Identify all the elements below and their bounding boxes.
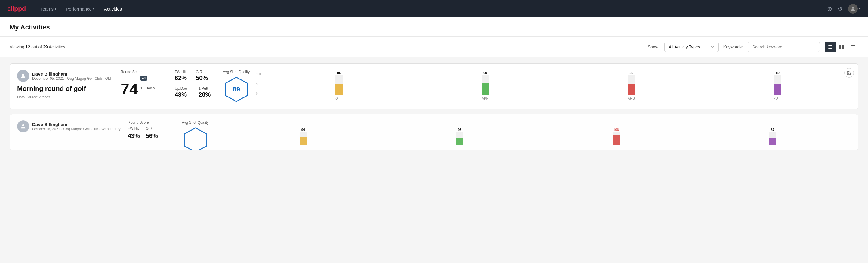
- page-header: My Activities: [0, 18, 868, 37]
- hex-score: 89: [233, 85, 240, 93]
- one-putt-label: 1 Putt: [198, 86, 211, 91]
- bar-app-track: [482, 75, 489, 95]
- bar-putt: 89: [707, 71, 848, 95]
- user-info: Dave Billingham December 05, 2021 - Gog …: [32, 71, 111, 81]
- user-info: Dave Billingham October 16, 2021 - Gog M…: [32, 122, 121, 131]
- user-row: Dave Billingham December 05, 2021 - Gog …: [17, 70, 114, 82]
- bar-app-value: 93: [458, 128, 461, 132]
- score-holes: 18 Holes: [141, 86, 155, 90]
- chevron-down-icon: ▾: [93, 7, 94, 10]
- fw-hit-stat: FW Hit 43%: [128, 126, 140, 139]
- updown-putt-pair: Up/Down 43% 1 Putt 28%: [175, 86, 211, 98]
- card-stats: Round Score FW Hit 43% GIR 56% Avg Shot …: [128, 120, 851, 150]
- filter-bar: Viewing 12 out of 29 Activities Show: Al…: [0, 37, 868, 57]
- bar-chart: 100 50 0 85: [256, 72, 851, 100]
- search-input[interactable]: [748, 42, 820, 52]
- bar-arg: 89: [561, 71, 702, 95]
- nav-activities[interactable]: Activities: [104, 4, 122, 13]
- bar-putt-value: 89: [776, 71, 780, 75]
- updown-stat: Up/Down 43%: [175, 86, 189, 98]
- bar-chart-partial: 94 93: [215, 129, 851, 145]
- activity-type-select[interactable]: All Activity Types: [664, 42, 718, 52]
- refresh-icon[interactable]: ↺: [838, 5, 843, 12]
- nav-performance[interactable]: Performance ▾: [66, 4, 94, 13]
- viewing-text: Viewing 12 out of 29 Activities: [10, 45, 643, 49]
- bar-putt: 87: [697, 128, 848, 145]
- view-list-compact-button[interactable]: ☰: [825, 41, 836, 52]
- hexagon-container: [182, 126, 209, 150]
- viewing-total: 29: [43, 45, 48, 49]
- bar-label-putt: PUTT: [707, 96, 849, 100]
- avatar: [17, 70, 29, 82]
- edit-button[interactable]: [844, 68, 854, 78]
- updown-value: 43%: [175, 91, 189, 98]
- bar-arg-value: 89: [630, 71, 633, 75]
- bar-track: [300, 132, 307, 145]
- fw-hit-stat: FW Hit 62%: [175, 70, 187, 82]
- fw-hit-label: FW Hit: [128, 126, 140, 130]
- bar-fill: [769, 138, 776, 145]
- view-list-detail-button[interactable]: [847, 41, 858, 52]
- score-main: 74 +4 18 Holes: [121, 76, 163, 97]
- bar-fill: [300, 137, 307, 145]
- view-toggle: ☰: [825, 41, 858, 52]
- gir-stat: GIR 56%: [146, 126, 158, 139]
- nav-teams[interactable]: Teams ▾: [40, 4, 56, 13]
- user-name: Dave Billingham: [32, 71, 111, 77]
- activity-title: Morning round of golf: [17, 85, 114, 93]
- navbar: clippd Teams ▾ Performance ▾ Activities …: [0, 0, 868, 18]
- svg-rect-2: [842, 45, 844, 47]
- bar-track: [769, 132, 776, 145]
- user-date: December 05, 2021 - Gog Magog Golf Club …: [32, 77, 111, 81]
- bar-ott-value: 94: [301, 128, 305, 132]
- gir-value: 50%: [196, 75, 208, 82]
- fw-gir-pair: FW Hit 62% GIR 50%: [175, 70, 211, 82]
- user-menu-button[interactable]: ▾: [848, 4, 861, 13]
- gir-value: 56%: [146, 133, 158, 139]
- bar-ott-track: [335, 75, 343, 95]
- viewing-count: 12: [26, 45, 30, 49]
- bar-app-value: 90: [483, 71, 487, 75]
- avg-shot-quality-label: Avg Shot Quality: [182, 120, 209, 124]
- bar-label-ott: OTT: [268, 96, 410, 100]
- card-left: Dave Billingham December 05, 2021 - Gog …: [17, 70, 114, 99]
- y-label-0: 0: [256, 92, 261, 95]
- shot-quality-section: Avg Shot Quality 94: [182, 120, 851, 150]
- updown-label: Up/Down: [175, 86, 189, 91]
- viewing-out-of: out of: [31, 45, 42, 49]
- bar-ott: 94: [227, 128, 379, 145]
- add-circle-icon[interactable]: ⊕: [827, 5, 832, 12]
- nav-activities-label: Activities: [104, 6, 122, 11]
- bar-labels: OTT APP ARG PUTT: [266, 95, 851, 100]
- svg-rect-6: [851, 47, 855, 47]
- nav-teams-label: Teams: [40, 6, 54, 11]
- avatar: [17, 120, 29, 133]
- gir-label: GIR: [196, 70, 208, 74]
- bar-app: 93: [384, 128, 535, 145]
- chevron-down-icon: ▾: [55, 7, 56, 10]
- round-score-label: Round Score: [128, 120, 170, 124]
- y-label-50: 50: [256, 83, 261, 86]
- svg-point-8: [22, 74, 24, 76]
- one-putt-stat: 1 Putt 28%: [198, 86, 211, 98]
- bar-app: 90: [414, 71, 556, 95]
- view-grid-button[interactable]: [836, 41, 847, 52]
- round-score-label: Round Score: [121, 70, 163, 74]
- user-date: October 16, 2021 - Gog Magog Golf Club -…: [32, 127, 121, 131]
- bars-container: 85 90: [266, 72, 851, 95]
- svg-marker-11: [184, 128, 207, 150]
- logo[interactable]: clippd: [7, 5, 26, 12]
- user-row: Dave Billingham October 16, 2021 - Gog M…: [17, 120, 121, 133]
- page-title: My Activities: [10, 24, 50, 36]
- round-score-section: Round Score 74 +4 18 Holes: [121, 70, 163, 97]
- bar-app-fill: [482, 83, 489, 95]
- round-score-section: Round Score FW Hit 43% GIR 56%: [128, 120, 170, 139]
- bar-putt-track: [774, 75, 781, 95]
- bar-ott-value: 85: [337, 71, 341, 75]
- score-badge: +4: [141, 76, 147, 81]
- bar-track: [613, 132, 620, 145]
- data-source: Data Source: Arccos: [17, 95, 114, 99]
- hexagon-shape: [182, 126, 209, 150]
- fw-hit-label: FW Hit: [175, 70, 187, 74]
- bar-arg-fill: [628, 84, 635, 95]
